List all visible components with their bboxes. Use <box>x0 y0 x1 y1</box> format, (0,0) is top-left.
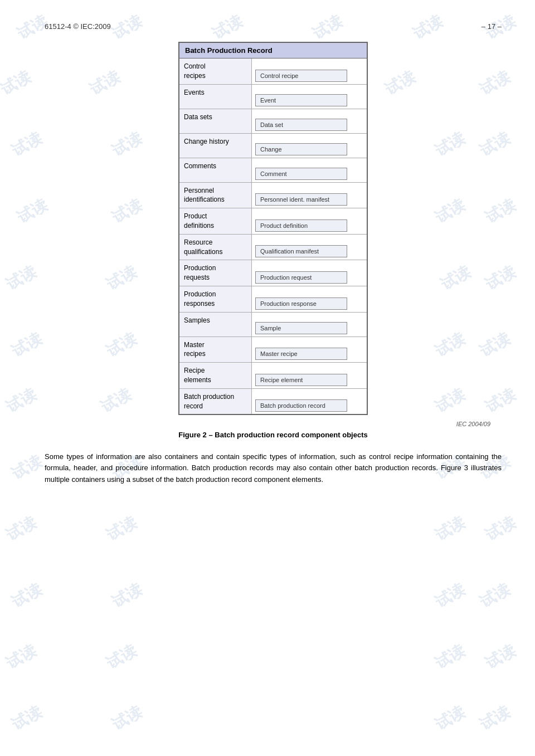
bpr-row: CommentsComment <box>179 158 367 183</box>
bpr-label: Data sets <box>179 109 252 133</box>
bpr-row: ProductdefinitionsProduct definition <box>179 208 367 235</box>
bpr-value-cell: Production response <box>252 286 367 312</box>
bpr-value-box: Sample <box>255 322 347 334</box>
bpr-label: Resourcequalifications <box>179 235 252 260</box>
bpr-label: Samples <box>179 313 252 336</box>
bpr-label: Recipeelements <box>179 363 252 388</box>
doc-ref: 61512-4 © IEC:2009 <box>45 22 111 31</box>
bpr-value-cell: Qualification manifest <box>252 235 367 260</box>
figure-caption: Figure 2 – Batch production record compo… <box>45 431 502 439</box>
bpr-value-box: Event <box>255 94 347 106</box>
bpr-value-box: Product definition <box>255 220 347 232</box>
bpr-value-cell: Master recipe <box>252 337 367 363</box>
bpr-row: Data setsData set <box>179 109 367 134</box>
bpr-value-cell: Data set <box>252 109 367 133</box>
bpr-value-cell: Batch production record <box>252 389 367 414</box>
bpr-value-box: Change <box>255 143 347 155</box>
bpr-value-cell: Control recipe <box>252 58 367 84</box>
bpr-value-box: Data set <box>255 119 347 131</box>
bpr-row: ControlrecipesControl recipe <box>179 58 367 85</box>
bpr-label: Masterrecipes <box>179 337 252 363</box>
bpr-row: ResourcequalificationsQualification mani… <box>179 235 367 261</box>
bpr-label: Controlrecipes <box>179 58 252 84</box>
bpr-value-box: Personnel ident. manifest <box>255 193 347 206</box>
iec-credit: IEC 2004/09 <box>45 421 502 427</box>
bpr-label: Comments <box>179 158 252 182</box>
bpr-value-cell: Production request <box>252 260 367 286</box>
bpr-label: Personnelidentifications <box>179 183 252 208</box>
bpr-row: ProductionrequestsProduction request <box>179 260 367 286</box>
bpr-row: PersonnelidentificationsPersonnel ident.… <box>179 183 367 209</box>
bpr-value-cell: Sample <box>252 313 367 336</box>
bpr-value-box: Comment <box>255 168 347 180</box>
bpr-value-box: Production response <box>255 297 347 310</box>
bpr-label: Productdefinitions <box>179 208 252 234</box>
body-text: Some types of information are also conta… <box>45 451 502 485</box>
bpr-label: Productionresponses <box>179 286 252 312</box>
bpr-value-cell: Comment <box>252 158 367 182</box>
bpr-label: Batch productionrecord <box>179 389 252 414</box>
bpr-row: Batch productionrecordBatch production r… <box>179 389 367 414</box>
page-number: – 17 – <box>481 22 502 31</box>
bpr-label: Productionrequests <box>179 260 252 286</box>
bpr-row: RecipeelementsRecipe element <box>179 363 367 389</box>
bpr-value-cell: Recipe element <box>252 363 367 388</box>
bpr-title: Batch Production Record <box>179 43 367 58</box>
bpr-value-cell: Event <box>252 85 367 109</box>
bpr-value-box: Control recipe <box>255 70 347 82</box>
bpr-value-box: Production request <box>255 271 347 284</box>
bpr-label: Events <box>179 85 252 109</box>
bpr-value-box: Batch production record <box>255 399 347 412</box>
bpr-table: Batch Production Record ControlrecipesCo… <box>178 42 368 415</box>
bpr-row: SamplesSample <box>179 313 367 337</box>
bpr-value-box: Qualification manifest <box>255 245 347 257</box>
bpr-value-cell: Product definition <box>252 208 367 234</box>
bpr-value-cell: Change <box>252 134 367 158</box>
bpr-row: Change historyChange <box>179 134 367 158</box>
bpr-row: MasterrecipesMaster recipe <box>179 337 367 363</box>
page-header: 61512-4 © IEC:2009 – 17 – <box>45 22 502 31</box>
bpr-row: ProductionresponsesProduction response <box>179 286 367 313</box>
bpr-value-cell: Personnel ident. manifest <box>252 183 367 208</box>
bpr-row: EventsEvent <box>179 85 367 109</box>
bpr-value-box: Master recipe <box>255 348 347 360</box>
diagram-area: Batch Production Record ControlrecipesCo… <box>45 42 502 415</box>
bpr-value-box: Recipe element <box>255 374 347 386</box>
bpr-label: Change history <box>179 134 252 158</box>
